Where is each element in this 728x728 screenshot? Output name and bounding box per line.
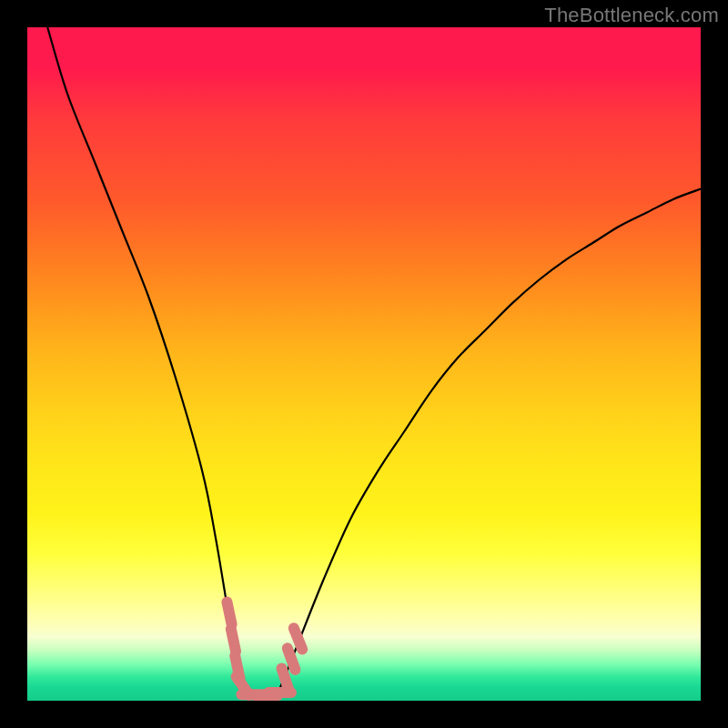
marker-group (220, 595, 309, 701)
marker-layer (27, 27, 701, 701)
watermark-text: TheBottleneck.com (544, 4, 719, 27)
plot-area (27, 27, 701, 701)
chart-stage: TheBottleneck.com (0, 0, 728, 728)
